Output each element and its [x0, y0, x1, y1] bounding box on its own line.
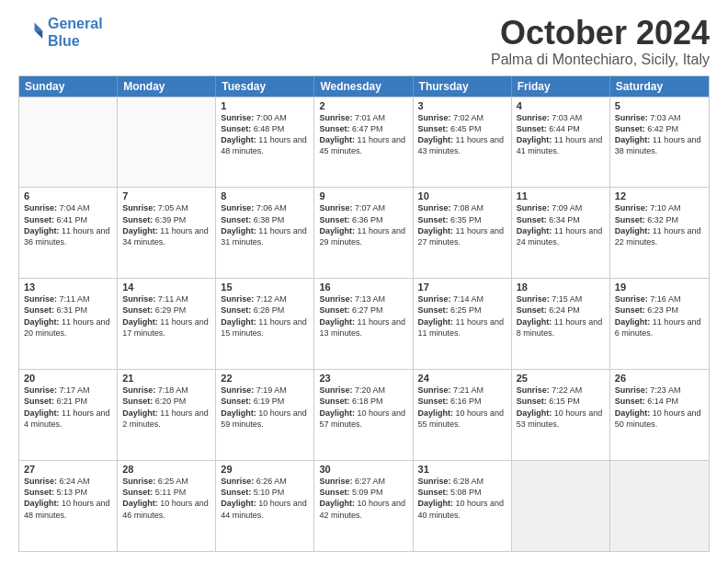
calendar-cell: 5Sunrise: 7:03 AMSunset: 6:42 PMDaylight… — [610, 98, 709, 188]
calendar-cell: 21Sunrise: 7:18 AMSunset: 6:20 PMDayligh… — [118, 370, 216, 460]
day-number: 29 — [221, 464, 309, 475]
day-number: 5 — [615, 100, 704, 111]
calendar-cell: 23Sunrise: 7:20 AMSunset: 6:18 PMDayligh… — [314, 370, 413, 460]
day-number: 26 — [615, 373, 704, 384]
calendar-cell: 11Sunrise: 7:09 AMSunset: 6:34 PMDayligh… — [512, 188, 610, 278]
day-number: 25 — [517, 373, 605, 384]
day-number: 7 — [122, 190, 210, 201]
calendar-row: 6Sunrise: 7:04 AMSunset: 6:41 PMDaylight… — [19, 187, 709, 278]
calendar-cell: 2Sunrise: 7:01 AMSunset: 6:47 PMDaylight… — [314, 98, 413, 188]
cell-details: Sunrise: 7:02 AMSunset: 6:45 PMDaylight:… — [418, 112, 506, 157]
cell-details: Sunrise: 7:08 AMSunset: 6:35 PMDaylight:… — [418, 202, 506, 247]
logo-line1: General — [48, 16, 103, 31]
location-title: Palma di Montechiaro, Sicily, Italy — [491, 52, 710, 68]
cell-details: Sunrise: 7:13 AMSunset: 6:27 PMDaylight:… — [319, 293, 407, 339]
calendar-cell: 15Sunrise: 7:12 AMSunset: 6:28 PMDayligh… — [216, 279, 314, 369]
svg-marker-0 — [35, 23, 43, 31]
cell-details: Sunrise: 7:00 AMSunset: 6:48 PMDaylight:… — [221, 112, 309, 157]
svg-marker-1 — [35, 30, 43, 39]
calendar-cell: 26Sunrise: 7:23 AMSunset: 6:14 PMDayligh… — [610, 370, 709, 460]
calendar-cell: 9Sunrise: 7:07 AMSunset: 6:36 PMDaylight… — [314, 188, 413, 278]
calendar-cell — [19, 98, 118, 188]
cell-details: Sunrise: 7:18 AMSunset: 6:20 PMDaylight:… — [122, 385, 210, 430]
day-number: 27 — [24, 464, 112, 475]
cell-details: Sunrise: 7:03 AMSunset: 6:42 PMDaylight:… — [615, 112, 704, 157]
cell-details: Sunrise: 7:03 AMSunset: 6:44 PMDaylight:… — [517, 112, 605, 157]
calendar-cell: 6Sunrise: 7:04 AMSunset: 6:41 PMDaylight… — [19, 188, 118, 278]
day-number: 13 — [24, 282, 112, 293]
cell-details: Sunrise: 7:15 AMSunset: 6:24 PMDaylight:… — [517, 293, 605, 339]
cell-details: Sunrise: 7:09 AMSunset: 6:34 PMDaylight:… — [517, 202, 605, 247]
cell-details: Sunrise: 7:16 AMSunset: 6:23 PMDaylight:… — [615, 293, 704, 339]
calendar-header-day: Saturday — [610, 76, 709, 97]
day-number: 21 — [122, 373, 210, 384]
calendar-cell: 12Sunrise: 7:10 AMSunset: 6:32 PMDayligh… — [610, 188, 709, 278]
day-number: 6 — [24, 190, 112, 201]
calendar-cell: 3Sunrise: 7:02 AMSunset: 6:45 PMDaylight… — [414, 98, 512, 188]
calendar-cell: 16Sunrise: 7:13 AMSunset: 6:27 PMDayligh… — [314, 279, 413, 369]
logo-icon — [18, 19, 44, 45]
day-number: 31 — [418, 464, 506, 475]
day-number: 15 — [221, 282, 309, 293]
cell-details: Sunrise: 6:27 AMSunset: 5:09 PMDaylight:… — [319, 476, 407, 521]
day-number: 8 — [221, 190, 309, 201]
day-number: 12 — [615, 190, 704, 201]
calendar-cell: 28Sunrise: 6:25 AMSunset: 5:11 PMDayligh… — [118, 461, 216, 551]
day-number: 19 — [615, 282, 704, 293]
calendar-cell: 31Sunrise: 6:28 AMSunset: 5:08 PMDayligh… — [414, 461, 512, 551]
calendar-cell — [610, 461, 709, 551]
page: General Blue October 2024 Palma di Monte… — [0, 0, 728, 563]
calendar-header-day: Thursday — [414, 76, 512, 97]
day-number: 9 — [319, 190, 407, 201]
day-number: 3 — [418, 100, 506, 111]
day-number: 22 — [221, 373, 309, 384]
calendar-cell: 1Sunrise: 7:00 AMSunset: 6:48 PMDaylight… — [216, 98, 314, 188]
day-number: 4 — [517, 100, 605, 111]
calendar-cell — [118, 98, 216, 188]
cell-details: Sunrise: 7:11 AMSunset: 6:31 PMDaylight:… — [24, 293, 112, 339]
title-block: October 2024 Palma di Montechiaro, Sicil… — [491, 15, 710, 68]
calendar-cell: 20Sunrise: 7:17 AMSunset: 6:21 PMDayligh… — [19, 370, 118, 460]
cell-details: Sunrise: 7:11 AMSunset: 6:29 PMDaylight:… — [122, 293, 210, 339]
calendar-cell: 29Sunrise: 6:26 AMSunset: 5:10 PMDayligh… — [216, 461, 314, 551]
day-number: 16 — [319, 282, 407, 293]
cell-details: Sunrise: 7:14 AMSunset: 6:25 PMDaylight:… — [418, 293, 506, 339]
calendar-cell: 25Sunrise: 7:22 AMSunset: 6:15 PMDayligh… — [512, 370, 610, 460]
calendar-cell: 17Sunrise: 7:14 AMSunset: 6:25 PMDayligh… — [414, 279, 512, 369]
day-number: 28 — [122, 464, 210, 475]
day-number: 24 — [418, 373, 506, 384]
cell-details: Sunrise: 7:20 AMSunset: 6:18 PMDaylight:… — [319, 385, 407, 430]
month-title: October 2024 — [491, 15, 710, 52]
calendar-cell: 13Sunrise: 7:11 AMSunset: 6:31 PMDayligh… — [19, 279, 118, 369]
calendar-header-day: Friday — [512, 76, 610, 97]
calendar-cell — [512, 461, 610, 551]
day-number: 18 — [517, 282, 605, 293]
calendar-cell: 8Sunrise: 7:06 AMSunset: 6:38 PMDaylight… — [216, 188, 314, 278]
calendar-row: 27Sunrise: 6:24 AMSunset: 5:13 PMDayligh… — [19, 460, 709, 551]
calendar-cell: 14Sunrise: 7:11 AMSunset: 6:29 PMDayligh… — [118, 279, 216, 369]
day-number: 23 — [319, 373, 407, 384]
calendar-cell: 22Sunrise: 7:19 AMSunset: 6:19 PMDayligh… — [216, 370, 314, 460]
logo: General Blue — [18, 15, 103, 50]
calendar-body: 1Sunrise: 7:00 AMSunset: 6:48 PMDaylight… — [19, 97, 709, 551]
calendar-row: 1Sunrise: 7:00 AMSunset: 6:48 PMDaylight… — [19, 97, 709, 188]
cell-details: Sunrise: 7:19 AMSunset: 6:19 PMDaylight:… — [221, 385, 309, 430]
header: General Blue October 2024 Palma di Monte… — [18, 15, 710, 68]
calendar-cell: 10Sunrise: 7:08 AMSunset: 6:35 PMDayligh… — [414, 188, 512, 278]
day-number: 1 — [221, 100, 309, 111]
calendar-cell: 24Sunrise: 7:21 AMSunset: 6:16 PMDayligh… — [414, 370, 512, 460]
cell-details: Sunrise: 6:24 AMSunset: 5:13 PMDaylight:… — [24, 476, 112, 521]
calendar-header-day: Wednesday — [314, 76, 413, 97]
calendar-header-day: Sunday — [19, 76, 118, 97]
calendar-cell: 4Sunrise: 7:03 AMSunset: 6:44 PMDaylight… — [512, 98, 610, 188]
day-number: 11 — [517, 190, 605, 201]
calendar-header-day: Monday — [118, 76, 216, 97]
cell-details: Sunrise: 6:25 AMSunset: 5:11 PMDaylight:… — [122, 476, 210, 521]
calendar-header-day: Tuesday — [216, 76, 314, 97]
day-number: 30 — [319, 464, 407, 475]
cell-details: Sunrise: 7:07 AMSunset: 6:36 PMDaylight:… — [319, 202, 407, 247]
day-number: 20 — [24, 373, 112, 384]
cell-details: Sunrise: 7:12 AMSunset: 6:28 PMDaylight:… — [221, 293, 309, 339]
cell-details: Sunrise: 7:21 AMSunset: 6:16 PMDaylight:… — [418, 385, 506, 430]
calendar-cell: 30Sunrise: 6:27 AMSunset: 5:09 PMDayligh… — [314, 461, 413, 551]
